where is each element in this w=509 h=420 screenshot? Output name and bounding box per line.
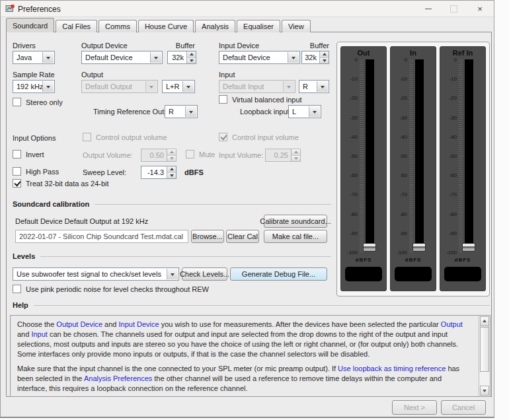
spinner-down-button[interactable] [186, 58, 196, 64]
tab-comms[interactable]: Comms [98, 20, 137, 32]
section-title: Levels [13, 252, 35, 260]
tab-soundcard[interactable]: Soundcard [6, 18, 54, 32]
calibration-status-text: Default Device Default Output at 192 kHz [15, 217, 148, 225]
spinner-down-button[interactable] [319, 58, 329, 64]
help-link[interactable]: Output Device [56, 320, 102, 328]
soundcard-calibration-section-header: Soundcard calibration [13, 200, 331, 208]
meter-scale-label: -20 [391, 95, 407, 101]
scroll-down-icon[interactable] [480, 386, 489, 396]
meter-scale-label: -10 [441, 76, 457, 82]
help-scrollbar[interactable] [479, 316, 490, 396]
spinner-up-button[interactable] [319, 52, 329, 58]
chevron-down-icon[interactable] [167, 269, 178, 279]
checkbox-label: Mute [199, 151, 215, 158]
loopback-input-select[interactable]: L [288, 105, 321, 118]
meter-scale-label: -30 [342, 115, 358, 121]
clear-cal-button[interactable]: Clear Cal [226, 230, 259, 243]
preferences-dialog: Preferences × SoundcardCal FilesCommsHou… [0, 0, 494, 418]
chevron-down-icon[interactable] [150, 52, 161, 63]
chevron-down-icon[interactable] [182, 81, 194, 92]
close-button[interactable]: × [469, 1, 491, 17]
tab-equaliser[interactable]: Equaliser [237, 20, 280, 32]
meter-title: In [391, 49, 436, 57]
next-button[interactable]: Next > [392, 400, 437, 415]
spinner-up-button[interactable] [186, 52, 196, 58]
meter-scale-label: -50 [342, 153, 358, 159]
meter-scale-label: -90 [342, 230, 358, 236]
minimize-button[interactable] [417, 1, 440, 17]
input-device-select[interactable]: Default Device [219, 51, 300, 64]
tab-bar: SoundcardCal FilesCommsHouse CurveAnalys… [6, 18, 312, 32]
chevron-down-icon[interactable] [288, 52, 299, 63]
scroll-up-icon[interactable] [480, 316, 489, 326]
chevron-down-icon[interactable] [185, 106, 196, 117]
tab-analysis[interactable]: Analysis [195, 20, 235, 32]
spinner-value: 32k [305, 53, 317, 61]
chevron-down-icon[interactable] [309, 106, 320, 117]
output-channel-select[interactable]: L+R [162, 80, 195, 93]
virtual-balanced-input-checkbox[interactable]: Virtual balanced input [219, 95, 302, 104]
help-text-segment: and [17, 330, 31, 338]
help-link[interactable]: Analysis Preferences [84, 374, 152, 382]
meter-level-thumb[interactable] [363, 243, 376, 252]
section-title: Help [13, 301, 28, 309]
scrollbar-thumb[interactable] [480, 327, 489, 372]
spinner-down-button[interactable] [167, 173, 176, 179]
high-pass-checkbox[interactable]: High Pass [13, 167, 59, 176]
meter-level-thumb[interactable] [462, 243, 475, 252]
help-link[interactable]: Input Device [119, 320, 159, 328]
help-link[interactable]: Use loopback as timing reference [338, 365, 446, 372]
meter-bar [366, 59, 374, 245]
meter-scale-label: -10 [342, 76, 358, 82]
tab-house-curve[interactable]: House Curve [138, 20, 194, 32]
maximize-button[interactable] [442, 1, 465, 17]
chevron-down-icon[interactable] [317, 81, 328, 92]
help-link[interactable]: Input [31, 330, 47, 338]
timing-reference-output-select[interactable]: R [165, 105, 198, 118]
section-rule [40, 256, 331, 257]
chevron-down-icon [283, 81, 294, 92]
cal-file-field[interactable] [15, 230, 188, 243]
make-cal-file-button[interactable]: Make cal file... [264, 230, 327, 243]
sweep-level-spinner[interactable]: -14.3 [141, 166, 176, 179]
level-signal-select[interactable]: Use subwoofer test signal to check/set l… [13, 267, 179, 281]
generate-debug-file-button[interactable]: Generate Debug File... [230, 267, 327, 281]
browse-button[interactable]: Browse... [191, 230, 224, 243]
treat-32bit-checkbox[interactable]: Treat 32-bit data as 24-bit [13, 179, 109, 188]
minimize-icon [425, 9, 432, 9]
spinner-up-button[interactable] [167, 166, 176, 173]
tab-cal-files[interactable]: Cal Files [56, 20, 97, 32]
output-device-select[interactable]: Default Device [81, 51, 163, 64]
checkbox-box [13, 150, 21, 158]
cancel-button[interactable]: Cancel [441, 400, 486, 415]
sample-rate-select[interactable]: 192 kHz [13, 80, 55, 93]
help-link[interactable]: Output [441, 320, 463, 328]
input-channel-select[interactable]: R [299, 80, 329, 93]
spinner-value: -14.3 [147, 168, 164, 176]
pink-noise-checkbox[interactable]: Use pink periodic noise for level checks… [13, 285, 209, 293]
invert-checkbox[interactable]: Invert [13, 150, 44, 158]
meter-scale-label: 0 [391, 57, 407, 63]
meter-scale-label: -40 [441, 134, 457, 140]
meter-scale-label: -70 [441, 192, 457, 197]
calibrate-soundcard-button[interactable]: Calibrate soundcard... [264, 215, 327, 228]
tab-view[interactable]: View [282, 20, 311, 32]
chevron-down-icon[interactable] [42, 52, 54, 63]
input-buffer-spinner[interactable]: 32k [301, 51, 329, 64]
meter-level-thumb[interactable] [412, 243, 426, 252]
drivers-select[interactable]: Java [13, 51, 55, 64]
output-buffer-spinner[interactable]: 32k [167, 51, 196, 64]
meter-scale-label: -80 [342, 211, 358, 217]
section-rule [95, 204, 331, 205]
sweep-level-label: Sweep Level: [83, 168, 126, 176]
input-buffer-label: Buffer [301, 42, 329, 50]
timing-reference-output-label: Timing Reference Output [93, 108, 174, 116]
section-title: Soundcard calibration [13, 200, 89, 208]
stereo-only-checkbox[interactable]: Stereo only [13, 98, 63, 106]
meter-scale-label: -20 [441, 95, 457, 101]
check-levels-button[interactable]: Check Levels... [182, 267, 227, 281]
loopback-value: L [292, 108, 309, 116]
chevron-down-icon[interactable] [42, 81, 54, 92]
control-output-volume-checkbox: Control output volume [83, 133, 167, 141]
drivers-value: Java [17, 53, 42, 61]
